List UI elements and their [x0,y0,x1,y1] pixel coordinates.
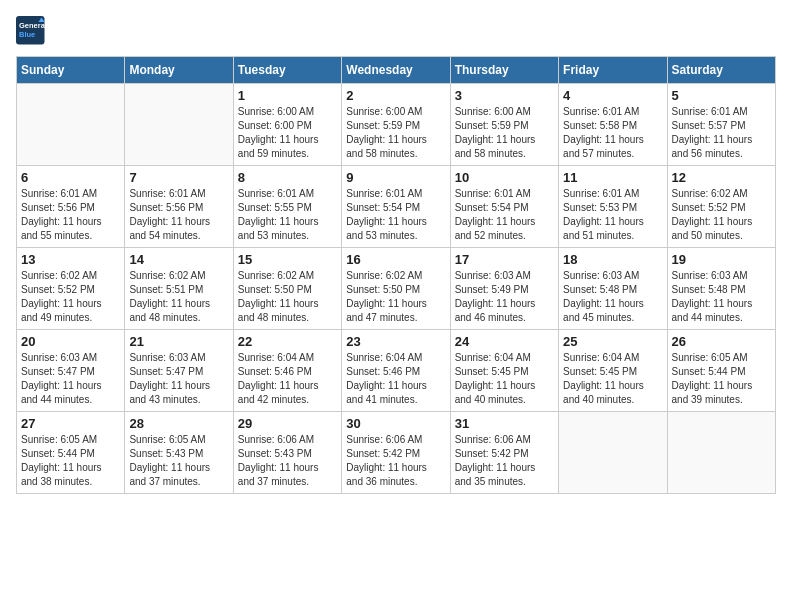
calendar-day-cell: 27Sunrise: 6:05 AMSunset: 5:44 PMDayligh… [17,412,125,494]
day-info: Sunrise: 6:06 AMSunset: 5:42 PMDaylight:… [346,433,445,489]
calendar-day-cell [559,412,667,494]
calendar-day-cell: 31Sunrise: 6:06 AMSunset: 5:42 PMDayligh… [450,412,558,494]
day-info: Sunrise: 6:03 AMSunset: 5:47 PMDaylight:… [129,351,228,407]
calendar-day-cell: 15Sunrise: 6:02 AMSunset: 5:50 PMDayligh… [233,248,341,330]
calendar-week-row: 20Sunrise: 6:03 AMSunset: 5:47 PMDayligh… [17,330,776,412]
day-info: Sunrise: 6:05 AMSunset: 5:43 PMDaylight:… [129,433,228,489]
calendar-day-cell: 21Sunrise: 6:03 AMSunset: 5:47 PMDayligh… [125,330,233,412]
day-info: Sunrise: 6:06 AMSunset: 5:43 PMDaylight:… [238,433,337,489]
day-info: Sunrise: 6:00 AMSunset: 6:00 PMDaylight:… [238,105,337,161]
day-number: 26 [672,334,771,349]
calendar-day-cell: 7Sunrise: 6:01 AMSunset: 5:56 PMDaylight… [125,166,233,248]
day-number: 10 [455,170,554,185]
day-info: Sunrise: 6:04 AMSunset: 5:46 PMDaylight:… [238,351,337,407]
day-number: 30 [346,416,445,431]
day-info: Sunrise: 6:05 AMSunset: 5:44 PMDaylight:… [672,351,771,407]
calendar-day-cell: 17Sunrise: 6:03 AMSunset: 5:49 PMDayligh… [450,248,558,330]
calendar-day-cell: 1Sunrise: 6:00 AMSunset: 6:00 PMDaylight… [233,84,341,166]
day-of-week-header: Thursday [450,57,558,84]
day-info: Sunrise: 6:03 AMSunset: 5:48 PMDaylight:… [672,269,771,325]
day-number: 29 [238,416,337,431]
day-info: Sunrise: 6:02 AMSunset: 5:52 PMDaylight:… [672,187,771,243]
calendar-day-cell: 23Sunrise: 6:04 AMSunset: 5:46 PMDayligh… [342,330,450,412]
calendar-week-row: 6Sunrise: 6:01 AMSunset: 5:56 PMDaylight… [17,166,776,248]
calendar-day-cell: 9Sunrise: 6:01 AMSunset: 5:54 PMDaylight… [342,166,450,248]
day-number: 8 [238,170,337,185]
day-number: 31 [455,416,554,431]
day-info: Sunrise: 6:02 AMSunset: 5:50 PMDaylight:… [346,269,445,325]
calendar-day-cell: 12Sunrise: 6:02 AMSunset: 5:52 PMDayligh… [667,166,775,248]
calendar-week-row: 1Sunrise: 6:00 AMSunset: 6:00 PMDaylight… [17,84,776,166]
day-number: 17 [455,252,554,267]
day-number: 21 [129,334,228,349]
day-info: Sunrise: 6:01 AMSunset: 5:57 PMDaylight:… [672,105,771,161]
day-number: 9 [346,170,445,185]
day-number: 23 [346,334,445,349]
day-info: Sunrise: 6:01 AMSunset: 5:56 PMDaylight:… [21,187,120,243]
day-number: 16 [346,252,445,267]
day-number: 5 [672,88,771,103]
day-number: 2 [346,88,445,103]
day-info: Sunrise: 6:02 AMSunset: 5:51 PMDaylight:… [129,269,228,325]
calendar-day-cell [125,84,233,166]
day-info: Sunrise: 6:05 AMSunset: 5:44 PMDaylight:… [21,433,120,489]
calendar-day-cell: 18Sunrise: 6:03 AMSunset: 5:48 PMDayligh… [559,248,667,330]
day-number: 15 [238,252,337,267]
calendar-day-cell: 2Sunrise: 6:00 AMSunset: 5:59 PMDaylight… [342,84,450,166]
day-number: 22 [238,334,337,349]
day-info: Sunrise: 6:04 AMSunset: 5:46 PMDaylight:… [346,351,445,407]
logo-icon: General Blue [16,16,46,46]
calendar-day-cell [17,84,125,166]
page-header: General Blue [16,16,776,46]
calendar-day-cell: 14Sunrise: 6:02 AMSunset: 5:51 PMDayligh… [125,248,233,330]
day-info: Sunrise: 6:04 AMSunset: 5:45 PMDaylight:… [563,351,662,407]
calendar-day-cell: 6Sunrise: 6:01 AMSunset: 5:56 PMDaylight… [17,166,125,248]
calendar-day-cell: 26Sunrise: 6:05 AMSunset: 5:44 PMDayligh… [667,330,775,412]
calendar-day-cell: 25Sunrise: 6:04 AMSunset: 5:45 PMDayligh… [559,330,667,412]
day-number: 3 [455,88,554,103]
day-number: 19 [672,252,771,267]
day-number: 18 [563,252,662,267]
calendar-week-row: 27Sunrise: 6:05 AMSunset: 5:44 PMDayligh… [17,412,776,494]
day-info: Sunrise: 6:01 AMSunset: 5:54 PMDaylight:… [455,187,554,243]
day-of-week-header: Friday [559,57,667,84]
day-number: 20 [21,334,120,349]
day-info: Sunrise: 6:02 AMSunset: 5:50 PMDaylight:… [238,269,337,325]
day-number: 27 [21,416,120,431]
day-info: Sunrise: 6:03 AMSunset: 5:47 PMDaylight:… [21,351,120,407]
day-info: Sunrise: 6:03 AMSunset: 5:49 PMDaylight:… [455,269,554,325]
day-number: 7 [129,170,228,185]
day-info: Sunrise: 6:01 AMSunset: 5:53 PMDaylight:… [563,187,662,243]
calendar-day-cell: 8Sunrise: 6:01 AMSunset: 5:55 PMDaylight… [233,166,341,248]
day-number: 11 [563,170,662,185]
calendar-header-row: SundayMondayTuesdayWednesdayThursdayFrid… [17,57,776,84]
calendar-week-row: 13Sunrise: 6:02 AMSunset: 5:52 PMDayligh… [17,248,776,330]
calendar-day-cell: 11Sunrise: 6:01 AMSunset: 5:53 PMDayligh… [559,166,667,248]
day-of-week-header: Sunday [17,57,125,84]
day-of-week-header: Wednesday [342,57,450,84]
svg-text:Blue: Blue [19,30,35,39]
calendar-table: SundayMondayTuesdayWednesdayThursdayFrid… [16,56,776,494]
calendar-day-cell: 19Sunrise: 6:03 AMSunset: 5:48 PMDayligh… [667,248,775,330]
day-number: 13 [21,252,120,267]
logo: General Blue [16,16,46,46]
day-info: Sunrise: 6:01 AMSunset: 5:56 PMDaylight:… [129,187,228,243]
day-of-week-header: Tuesday [233,57,341,84]
day-info: Sunrise: 6:00 AMSunset: 5:59 PMDaylight:… [346,105,445,161]
calendar-day-cell: 5Sunrise: 6:01 AMSunset: 5:57 PMDaylight… [667,84,775,166]
day-number: 14 [129,252,228,267]
svg-text:General: General [19,21,46,30]
day-info: Sunrise: 6:01 AMSunset: 5:54 PMDaylight:… [346,187,445,243]
calendar-day-cell: 28Sunrise: 6:05 AMSunset: 5:43 PMDayligh… [125,412,233,494]
calendar-day-cell: 22Sunrise: 6:04 AMSunset: 5:46 PMDayligh… [233,330,341,412]
day-number: 1 [238,88,337,103]
day-info: Sunrise: 6:02 AMSunset: 5:52 PMDaylight:… [21,269,120,325]
day-number: 25 [563,334,662,349]
day-number: 4 [563,88,662,103]
day-of-week-header: Monday [125,57,233,84]
day-of-week-header: Saturday [667,57,775,84]
calendar-day-cell [667,412,775,494]
day-info: Sunrise: 6:06 AMSunset: 5:42 PMDaylight:… [455,433,554,489]
calendar-day-cell: 29Sunrise: 6:06 AMSunset: 5:43 PMDayligh… [233,412,341,494]
calendar-day-cell: 4Sunrise: 6:01 AMSunset: 5:58 PMDaylight… [559,84,667,166]
